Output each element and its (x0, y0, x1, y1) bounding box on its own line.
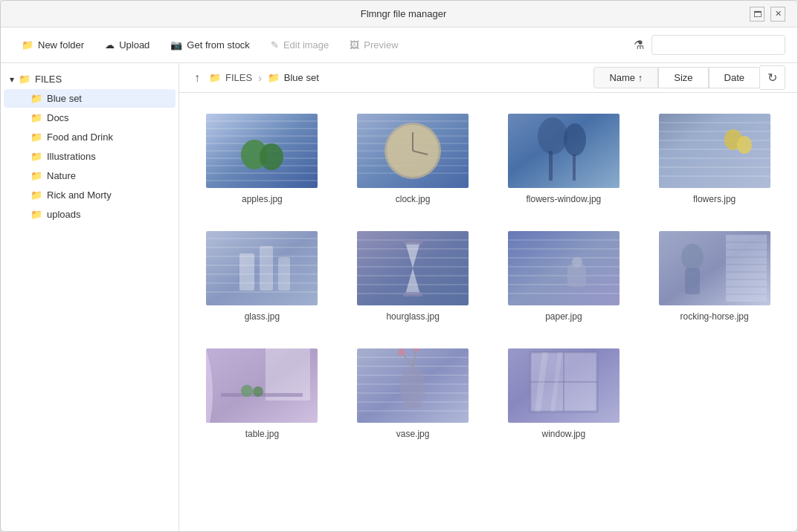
file-thumbnail (659, 231, 770, 305)
file-name: hourglass.jpg (386, 311, 439, 322)
svg-point-27 (564, 123, 586, 156)
sidebar-item-docs[interactable]: 📁 Docs (4, 108, 176, 127)
svg-rect-30 (659, 114, 770, 188)
chevron-down-icon: ▾ (10, 74, 14, 85)
file-item[interactable]: table.jpg (194, 343, 330, 445)
sort-by-size-button[interactable]: Size (658, 67, 708, 88)
folder-icon: 📁 (30, 132, 42, 143)
folder-icon: 📁 (30, 112, 42, 123)
preview-icon: 🖼 (350, 39, 359, 51)
sidebar-item-files-root[interactable]: ▾ 📁 FILES (4, 70, 176, 88)
file-item[interactable]: vase.jpg (345, 343, 481, 445)
file-thumbnail (659, 114, 770, 188)
file-thumbnail (357, 348, 469, 423)
close-button[interactable]: ✕ (770, 7, 785, 22)
new-folder-label: New folder (38, 39, 84, 51)
folder-icon: 📁 (30, 170, 42, 181)
file-name: paper.jpg (545, 311, 582, 322)
refresh-button[interactable]: ↻ (760, 65, 785, 90)
svg-point-11 (260, 143, 283, 170)
file-thumbnail (357, 231, 469, 305)
sidebar: ▾ 📁 FILES 📁 Blue set 📁 Docs 📁 Food and D… (1, 63, 179, 531)
svg-rect-85 (266, 348, 310, 400)
svg-rect-50 (278, 257, 290, 291)
title-bar: Flmngr file manager 🗖 ✕ (1, 1, 797, 27)
sidebar-label: Rick and Morty (47, 189, 112, 201)
sidebar-label: Docs (47, 112, 69, 123)
new-folder-button[interactable]: 📁 New folder (13, 35, 93, 55)
file-item[interactable]: paper.jpg (496, 225, 632, 328)
sidebar-item-food-and-drink[interactable]: 📁 Food and Drink (4, 128, 176, 146)
file-thumbnail (508, 114, 620, 188)
file-thumbnail (508, 231, 620, 305)
breadcrumb-root-label: FILES (225, 72, 252, 83)
sidebar-item-rick-and-morty[interactable]: 📁 Rick and Morty (4, 186, 176, 204)
sidebar-label: Illustrations (47, 151, 96, 162)
svg-point-82 (681, 244, 704, 270)
file-item[interactable]: glass.jpg (194, 225, 330, 328)
svg-point-39 (737, 136, 752, 154)
sidebar-label: Blue set (47, 93, 82, 104)
toolbar: 📁 New folder ☁ Upload 📷 Get from stock ✎… (1, 27, 797, 63)
breadcrumb-up-button[interactable]: ↑ (191, 68, 203, 88)
file-item[interactable]: flowers-window.jpg (496, 108, 632, 210)
sidebar-label: uploads (47, 209, 81, 220)
file-name: flowers-window.jpg (527, 194, 602, 204)
file-thumbnail (206, 114, 318, 188)
sort-date-label: Date (724, 72, 744, 83)
maximize-button[interactable]: 🗖 (750, 7, 765, 22)
breadcrumb-bar: ↑ 📁 FILES › 📁 Blue set Name ↑ Size (179, 63, 797, 93)
breadcrumb-root[interactable]: 📁 FILES (209, 72, 252, 83)
sidebar-item-blue-set[interactable]: 📁 Blue set (4, 89, 176, 108)
file-name: flowers.jpg (693, 194, 736, 204)
breadcrumb-current-item[interactable]: 📁 Blue set (268, 72, 319, 83)
edit-image-icon: ✎ (271, 39, 279, 51)
sidebar-item-uploads[interactable]: 📁 uploads (4, 205, 176, 224)
upload-label: Upload (119, 39, 149, 51)
file-thumbnail (357, 114, 469, 188)
search-input[interactable] (651, 35, 785, 55)
get-from-stock-label: Get from stock (187, 39, 250, 51)
edit-image-label: Edit image (283, 39, 329, 51)
file-grid: apples.jpg (179, 93, 797, 531)
sort-by-name-button[interactable]: Name ↑ (593, 67, 658, 88)
file-item[interactable]: flowers.jpg (646, 108, 782, 210)
folder-icon: 📁 (30, 151, 42, 162)
folder-icon: 📁 (30, 189, 42, 201)
file-thumbnail (206, 348, 318, 423)
file-name: table.jpg (245, 429, 279, 439)
main-area: ▾ 📁 FILES 📁 Blue set 📁 Docs 📁 Food and D… (1, 63, 797, 531)
sidebar-item-illustrations[interactable]: 📁 Illustrations (4, 147, 176, 166)
svg-point-26 (538, 117, 567, 155)
svg-rect-83 (685, 268, 700, 294)
svg-rect-61 (403, 292, 422, 296)
folder-icon: 📁 (268, 72, 280, 83)
preview-button[interactable]: 🖼 Preview (341, 35, 407, 55)
file-name: vase.jpg (396, 429, 430, 439)
file-name: clock.jpg (396, 194, 431, 204)
sidebar-item-nature[interactable]: 📁 Nature (4, 166, 176, 185)
title-bar-controls: 🗖 ✕ (750, 7, 785, 22)
file-name: rocking-horse.jpg (680, 311, 749, 322)
breadcrumb-current-label: Blue set (284, 72, 319, 83)
get-from-stock-button[interactable]: 📷 Get from stock (161, 35, 259, 55)
sort-asc-icon: ↑ (638, 72, 643, 83)
svg-rect-73 (726, 235, 767, 302)
edit-image-button[interactable]: ✎ Edit image (262, 35, 338, 55)
app-window: Flmngr file manager 🗖 ✕ 📁 New folder ☁ U… (0, 0, 798, 532)
upload-button[interactable]: ☁ Upload (96, 35, 158, 55)
svg-rect-28 (549, 151, 553, 181)
svg-rect-49 (260, 246, 273, 291)
file-item[interactable]: hourglass.jpg (345, 225, 481, 328)
file-item[interactable]: rocking-horse.jpg (646, 225, 782, 328)
file-item[interactable]: window.jpg (496, 343, 632, 445)
upload-icon: ☁ (105, 39, 115, 51)
file-name: glass.jpg (245, 311, 280, 322)
file-thumbnail (508, 348, 620, 423)
filter-icon[interactable]: ⚗ (634, 38, 644, 52)
svg-point-87 (241, 385, 253, 397)
file-item[interactable]: apples.jpg (194, 108, 330, 210)
sort-by-date-button[interactable]: Date (709, 67, 760, 88)
window-title: Flmngr file manager (57, 8, 750, 19)
file-item[interactable]: clock.jpg (345, 108, 481, 210)
